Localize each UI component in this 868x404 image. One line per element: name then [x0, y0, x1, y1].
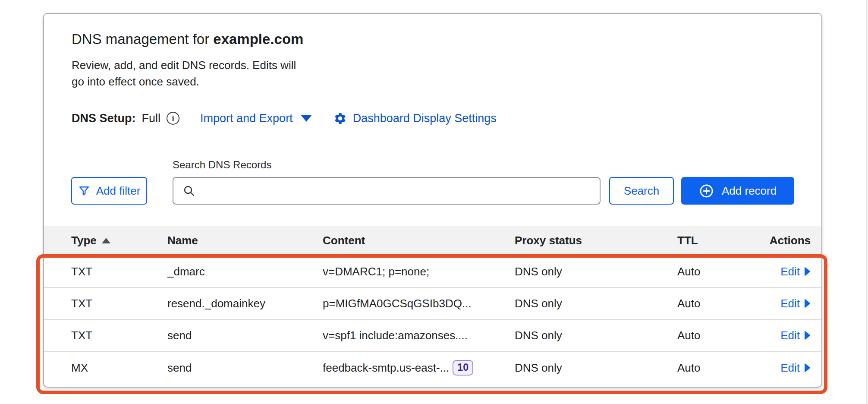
- dns-management-card: DNS management for example.com Review, a…: [43, 13, 822, 388]
- dns-setup-value: Full: [142, 112, 161, 125]
- search-button[interactable]: Search: [609, 177, 674, 205]
- import-export-link[interactable]: Import and Export: [200, 112, 312, 125]
- page-description-line1: Review, add, and edit DNS records. Edits…: [72, 57, 296, 73]
- cell-proxy-status: DNS only: [515, 297, 677, 310]
- cell-type: MX: [71, 361, 167, 375]
- chevron-down-icon: [301, 115, 312, 122]
- cell-proxy-status: DNS only: [515, 329, 677, 342]
- import-export-label: Import and Export: [200, 112, 293, 125]
- column-header-content: Content: [323, 234, 515, 247]
- cell-ttl: Auto: [677, 297, 759, 310]
- add-filter-button[interactable]: Add filter: [71, 177, 147, 205]
- add-record-label: Add record: [722, 184, 777, 198]
- edit-record-link[interactable]: Edit: [780, 297, 811, 310]
- column-header-actions: Actions: [759, 234, 811, 247]
- sort-ascending-icon: [102, 238, 110, 243]
- cell-type: TXT: [71, 297, 167, 310]
- dashboard-display-settings-link[interactable]: Dashboard Display Settings: [333, 112, 497, 125]
- column-header-ttl: TTL: [677, 234, 759, 247]
- cell-content: v=DMARC1; p=none;: [323, 265, 515, 278]
- cell-name: _dmarc: [167, 265, 323, 278]
- table-header-row: Type Name Content Proxy status TTL Actio…: [44, 226, 821, 256]
- page-title-prefix: DNS management for: [72, 31, 209, 47]
- table-row: TXT _dmarc v=DMARC1; p=none; DNS only Au…: [44, 256, 821, 288]
- info-icon[interactable]: i: [167, 112, 179, 125]
- page-title-domain: example.com: [213, 31, 303, 47]
- mx-priority-badge: 10: [453, 360, 473, 376]
- column-header-name: Name: [167, 234, 323, 247]
- cell-name: resend._domainkey: [167, 297, 323, 310]
- add-record-button[interactable]: Add record: [681, 177, 794, 205]
- cell-proxy-status: DNS only: [515, 361, 677, 375]
- chevron-right-icon: [804, 331, 811, 340]
- column-header-proxy-status: Proxy status: [515, 234, 677, 247]
- edit-record-link[interactable]: Edit: [780, 265, 811, 278]
- search-button-label: Search: [624, 184, 659, 198]
- gear-icon: [333, 112, 347, 125]
- dns-management-screen: DNS management for example.com Review, a…: [0, 0, 868, 404]
- search-icon: [182, 184, 196, 198]
- cell-ttl: Auto: [677, 265, 759, 278]
- dashboard-display-settings-label: Dashboard Display Settings: [353, 112, 497, 125]
- cell-name: send: [167, 361, 323, 375]
- search-input-wrapper: [173, 177, 601, 205]
- page-description-line2: go into effect once saved.: [72, 73, 296, 90]
- cell-content: v=spf1 include:amazonses....: [323, 329, 515, 342]
- cell-ttl: Auto: [677, 361, 759, 375]
- table-row: TXT send v=spf1 include:amazonses.... DN…: [44, 320, 821, 352]
- chevron-right-icon: [804, 363, 811, 372]
- search-input[interactable]: [196, 178, 600, 204]
- column-header-type[interactable]: Type: [71, 234, 167, 247]
- cell-content: feedback-smtp.us-east-... 10: [323, 360, 515, 376]
- filter-icon: [78, 185, 90, 197]
- chevron-right-icon: [804, 267, 811, 276]
- edit-record-link[interactable]: Edit: [780, 361, 811, 375]
- cell-content: p=MIGfMA0GCSqGSIb3DQ...: [323, 297, 515, 310]
- page-title: DNS management for example.com: [72, 31, 303, 47]
- plus-circle-icon: [699, 183, 714, 199]
- cell-type: TXT: [71, 265, 167, 278]
- table-row: MX send feedback-smtp.us-east-... 10 DNS…: [44, 352, 821, 384]
- cell-proxy-status: DNS only: [515, 265, 677, 278]
- edit-record-link[interactable]: Edit: [780, 329, 811, 342]
- dns-setup-row: DNS Setup: Full i Import and Export Dash…: [72, 110, 497, 127]
- window-right-edge: [866, 0, 868, 404]
- cell-ttl: Auto: [677, 329, 759, 342]
- chevron-right-icon: [804, 299, 811, 308]
- table-row: TXT resend._domainkey p=MIGfMA0GCSqGSIb3…: [44, 288, 821, 320]
- dns-setup-label: DNS Setup:: [72, 112, 136, 125]
- search-dns-records-label: Search DNS Records: [173, 159, 271, 171]
- cell-type: TXT: [71, 329, 167, 342]
- page-description: Review, add, and edit DNS records. Edits…: [72, 57, 296, 90]
- add-filter-label: Add filter: [96, 184, 141, 198]
- cell-name: send: [167, 329, 323, 342]
